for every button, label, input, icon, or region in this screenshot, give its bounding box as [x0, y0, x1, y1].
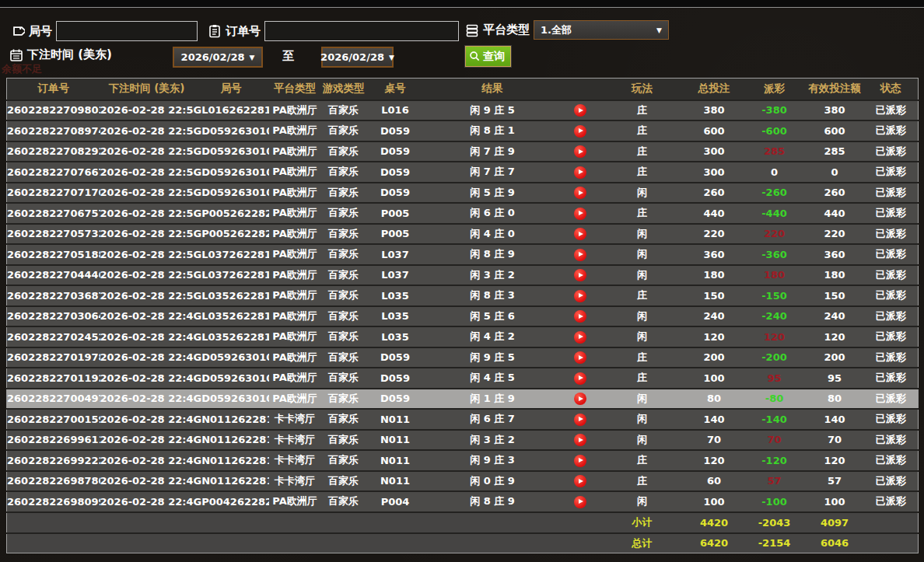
table-row[interactable]: 2602282270444602026-02-28 22:51:29GL0372…: [7, 265, 919, 286]
table-no-cell: P005: [366, 203, 425, 224]
play-icon[interactable]: [574, 125, 586, 138]
table-row[interactable]: 2602282269809942026-02-28 22:44:31GP0042…: [7, 491, 919, 512]
time-cell: 2026-02-28 22:47:04: [100, 389, 194, 410]
play-icon[interactable]: [574, 145, 586, 158]
bet-cell: 80: [685, 389, 744, 410]
table-no-cell: L035: [366, 306, 425, 327]
play-icon[interactable]: [574, 496, 586, 508]
play-icon[interactable]: [574, 187, 586, 199]
status-cell: 已派彩: [864, 265, 919, 286]
play-icon[interactable]: [574, 475, 586, 487]
play-icon[interactable]: [574, 208, 586, 220]
status-cell: 已派彩: [864, 285, 919, 306]
play-icon[interactable]: [574, 351, 586, 364]
round-cell: GD0592630106I: [194, 183, 269, 204]
table-row[interactable]: 2602282270897422026-02-28 22:56:25GD0592…: [7, 120, 919, 141]
chevron-down-icon: ▼: [656, 26, 662, 34]
play-icon[interactable]: [574, 228, 586, 240]
result-play-cell: [561, 120, 600, 141]
result-cell: 闲 3 庄 2: [425, 430, 561, 451]
play-icon[interactable]: [574, 434, 586, 446]
result-play-cell: [561, 471, 600, 492]
game-no-input[interactable]: [56, 21, 198, 41]
table-no-cell: N011: [366, 430, 425, 451]
game-cell: 百家乐: [321, 430, 366, 451]
date-to-picker[interactable]: 2026/02/28 ▼: [321, 47, 394, 68]
result-play-cell: [561, 203, 600, 224]
empty-cell: [561, 533, 600, 553]
table-no-cell: D059: [366, 183, 425, 204]
empty-cell: [194, 533, 269, 553]
table-row[interactable]: 2602282270197802026-02-28 22:48:43GD0592…: [7, 347, 919, 368]
table-row[interactable]: 2602282270049782026-02-28 22:47:04GD0592…: [7, 389, 919, 410]
query-button[interactable]: 查询: [465, 46, 511, 67]
table-row[interactable]: 2602282270245242026-02-28 22:49:14GL0352…: [7, 326, 919, 347]
round-cell: GD05926301069: [194, 368, 269, 389]
date-from-picker[interactable]: 2026/02/28 ▼: [173, 47, 263, 68]
play-icon[interactable]: [574, 249, 586, 261]
table-row[interactable]: 2602282270015902026-02-28 22:46:44GN0112…: [7, 409, 919, 430]
payout-cell: 220: [744, 224, 806, 245]
table-row[interactable]: 2602282269878002026-02-28 22:45:17GN0112…: [7, 471, 919, 492]
order-no-input[interactable]: [264, 21, 459, 41]
play-icon[interactable]: [574, 393, 586, 405]
play-icon[interactable]: [574, 331, 586, 344]
time-cell: 2026-02-28 22:53:57: [100, 203, 194, 224]
bet-cell: 100: [685, 368, 744, 389]
play-icon[interactable]: [574, 104, 586, 117]
table-no-cell: L035: [366, 285, 425, 306]
table-row[interactable]: 2602282270766762026-02-28 22:54:57GD0592…: [7, 162, 919, 183]
table-row[interactable]: 2602282269961122026-02-28 22:46:09GN0112…: [7, 430, 919, 451]
play-icon[interactable]: [574, 455, 586, 467]
result-play-cell: [561, 347, 600, 368]
order-cell: 260228226980994: [7, 491, 100, 512]
platform-cell: PA欧洲厅: [269, 347, 321, 368]
play-cell: 庄: [600, 141, 685, 162]
table-no-cell: D059: [366, 120, 425, 141]
table-row[interactable]: 2602282270980312026-02-28 22:57:19GL0162…: [7, 100, 919, 121]
table-row[interactable]: 2602282270306432026-02-28 22:49:55GL0352…: [7, 306, 919, 327]
empty-cell: [864, 512, 919, 533]
time-cell: 2026-02-28 22:44:31: [100, 491, 194, 512]
game-cell: 百家乐: [321, 100, 366, 121]
time-cell: 2026-02-28 22:48:43: [100, 347, 194, 368]
status-cell: 已派彩: [864, 120, 919, 141]
date-range-to-label: 至: [282, 49, 294, 64]
table-no-cell: D059: [366, 368, 425, 389]
date-from-value: 2026/02/28: [181, 51, 245, 63]
table-row[interactable]: 2602282270119282026-02-28 22:47:51GD0592…: [7, 368, 919, 389]
table-row[interactable]: 2602282269922262026-02-28 22:45:41GN0112…: [7, 450, 919, 471]
result-cell: 闲 4 庄 2: [425, 326, 561, 347]
order-cell: 260228227044460: [7, 265, 100, 286]
table-no-cell: N011: [366, 450, 425, 471]
table-row[interactable]: 2602282270518862026-02-28 22:52:18GL0372…: [7, 244, 919, 265]
table-row[interactable]: 2602282270829202026-02-28 22:55:38GD0592…: [7, 141, 919, 162]
table-row[interactable]: 2602282270368792026-02-28 22:50:39GL0352…: [7, 285, 919, 306]
subtotal-payout: -2043: [744, 512, 806, 533]
round-cell: GN011262281Z0: [194, 471, 269, 492]
play-icon[interactable]: [574, 414, 586, 426]
play-icon[interactable]: [574, 290, 586, 302]
table-row[interactable]: 2602282270573232026-02-28 22:52:53GP0052…: [7, 224, 919, 245]
valid-cell: 600: [806, 120, 864, 141]
order-cell: 260228227019780: [7, 347, 100, 368]
empty-cell: [100, 512, 194, 533]
play-icon[interactable]: [574, 166, 586, 179]
total-row: 总计6420-21546046: [7, 533, 919, 553]
platform-select[interactable]: 1.全部 ▼: [534, 20, 669, 40]
play-icon[interactable]: [574, 310, 586, 323]
play-icon[interactable]: [574, 269, 586, 281]
round-cell: GP004262282NQ: [194, 491, 269, 512]
bet-cell: 240: [685, 306, 744, 327]
order-cell: 260228227057323: [7, 224, 100, 245]
bet-records-table: 订单号下注时间 (美东)局号平台类型游戏类型桌号结果玩法总投注派彩有效投注额状态…: [6, 78, 919, 553]
platform-cell: PA欧洲厅: [269, 389, 321, 410]
table-row[interactable]: 2602282270675732026-02-28 22:53:57GP0052…: [7, 203, 919, 224]
result-play-cell: [561, 265, 600, 286]
play-cell: 庄: [600, 347, 685, 368]
table-row[interactable]: 2602282270717032026-02-28 22:54:26GD0592…: [7, 183, 919, 204]
result-play-cell: [561, 285, 600, 306]
status-cell: 已派彩: [864, 409, 919, 430]
order-cell: 260228226992226: [7, 450, 100, 471]
play-icon[interactable]: [574, 372, 586, 385]
